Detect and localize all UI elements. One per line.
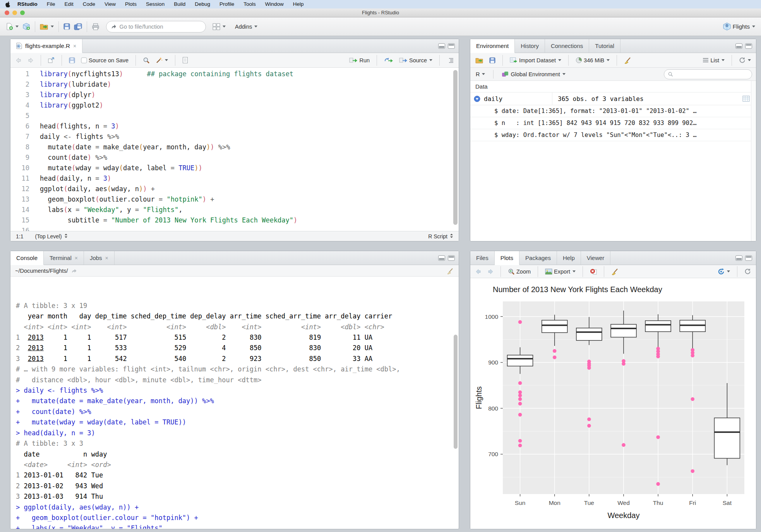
- find-replace-button[interactable]: [141, 56, 151, 65]
- goto-directory-icon[interactable]: [71, 268, 77, 273]
- code-line[interactable]: labs(x = "Weekday", y = "Flights",: [40, 205, 459, 215]
- zoom-plot-button[interactable]: Zoom: [506, 267, 532, 276]
- menu-file[interactable]: File: [42, 0, 60, 9]
- tab-help[interactable]: Help: [557, 251, 581, 265]
- menu-edit[interactable]: Edit: [60, 0, 78, 9]
- back-button[interactable]: [14, 56, 23, 64]
- compile-report-button[interactable]: [181, 56, 190, 65]
- tab-terminal[interactable]: Terminal×: [44, 251, 84, 265]
- maximize-pane-icon[interactable]: [448, 43, 455, 49]
- minimize-pane-icon[interactable]: [438, 255, 445, 261]
- rerun-button[interactable]: [382, 56, 395, 65]
- tab-environment[interactable]: Environment: [470, 39, 515, 53]
- panes-layout-button[interactable]: [211, 21, 228, 32]
- maximize-pane-icon[interactable]: [745, 43, 752, 49]
- code-editor[interactable]: 12345678910111213141516 library(nycfligh…: [10, 68, 459, 231]
- clear-console-broom-icon[interactable]: [447, 267, 454, 274]
- code-line[interactable]: geom_boxplot(outlier.colour = "hotpink")…: [40, 194, 459, 205]
- tab-packages[interactable]: Packages: [519, 251, 557, 265]
- minimize-pane-icon[interactable]: [735, 43, 742, 49]
- code-line[interactable]: daily <- flights %>%: [40, 132, 459, 142]
- menu-rstudio[interactable]: RStudio: [13, 0, 42, 9]
- publish-plot-button[interactable]: [716, 267, 732, 276]
- code-line[interactable]: ggplot(daily, aes(wday, n)) +: [40, 184, 459, 194]
- save-all-button[interactable]: [72, 21, 84, 32]
- environment-search-input[interactable]: [675, 71, 748, 77]
- code-line[interactable]: library(lubridate): [40, 79, 459, 90]
- console-scrollbar[interactable]: [454, 335, 458, 449]
- env-field-row[interactable]: $ date: Date[1:365], format: "2013-01-01…: [470, 105, 756, 117]
- save-workspace-button[interactable]: [488, 56, 497, 65]
- document-outline-button[interactable]: [445, 56, 455, 64]
- clear-all-plots-button[interactable]: [610, 267, 620, 276]
- code-line[interactable]: subtitle = "Number of 2013 New York Flig…: [40, 215, 459, 226]
- environment-scope-selector[interactable]: Global Environment: [500, 70, 567, 79]
- menu-view[interactable]: View: [100, 0, 120, 9]
- save-source-button[interactable]: [67, 56, 77, 65]
- load-workspace-button[interactable]: [474, 56, 485, 65]
- tab-plots[interactable]: Plots: [495, 251, 519, 265]
- close-icon[interactable]: ×: [105, 255, 108, 261]
- code-line[interactable]: [40, 226, 459, 231]
- code-line[interactable]: library(nycflights13) ## package contain…: [40, 69, 459, 79]
- new-file-button[interactable]: [4, 21, 21, 32]
- console-output[interactable]: # A tibble: 3 x 19 year month day dep_ti…: [10, 277, 459, 529]
- tab-tutorial[interactable]: Tutorial: [589, 39, 620, 53]
- goto-file-input[interactable]: [120, 24, 201, 30]
- apple-icon[interactable]: [5, 2, 10, 7]
- language-selector[interactable]: R: [474, 70, 487, 79]
- forward-button[interactable]: [26, 56, 35, 64]
- code-tools-button[interactable]: [154, 56, 170, 65]
- addins-button[interactable]: Addins: [233, 22, 259, 32]
- view-data-grid-icon[interactable]: [742, 96, 750, 102]
- tab-connections[interactable]: Connections: [545, 39, 589, 53]
- remove-plot-button[interactable]: [588, 267, 598, 276]
- menu-window[interactable]: Window: [261, 0, 288, 9]
- menu-plots[interactable]: Plots: [120, 0, 141, 9]
- minimize-pane-icon[interactable]: [438, 43, 445, 49]
- goto-file-function-box[interactable]: [106, 21, 206, 33]
- environment-search-box[interactable]: [664, 69, 752, 79]
- filetype-selector[interactable]: R Script: [428, 233, 453, 239]
- tab-jobs[interactable]: Jobs×: [84, 251, 115, 265]
- environment-scrollbar[interactable]: [751, 81, 756, 241]
- tab-files[interactable]: Files: [470, 251, 495, 265]
- open-file-button[interactable]: [38, 21, 56, 32]
- environment-object-row[interactable]: daily 365 obs. of 3 variables: [470, 92, 756, 105]
- tab-viewer[interactable]: Viewer: [581, 251, 611, 265]
- menu-session[interactable]: Session: [141, 0, 169, 9]
- memory-usage-button[interactable]: 346 MiB: [574, 56, 611, 65]
- source-on-save-checkbox[interactable]: Source on Save: [79, 56, 130, 65]
- menu-build[interactable]: Build: [169, 0, 190, 9]
- code-line[interactable]: mutate(wday = wday(date, label = TRUE)): [40, 163, 459, 173]
- import-dataset-button[interactable]: Import Dataset: [508, 56, 563, 65]
- save-button[interactable]: [62, 21, 72, 32]
- new-project-button[interactable]: [21, 21, 32, 32]
- env-field-row[interactable]: $ n : int [1:365] 842 943 914 915 720 83…: [470, 117, 756, 129]
- next-plot-button[interactable]: [486, 268, 495, 275]
- minimize-window-button[interactable]: [12, 10, 17, 15]
- tab-console[interactable]: Console: [10, 251, 44, 265]
- close-icon[interactable]: ×: [73, 43, 76, 49]
- export-plot-button[interactable]: Export: [543, 267, 577, 276]
- code-line[interactable]: mutate(date = make_date(year, month, day…: [40, 142, 459, 152]
- code-line[interactable]: head(daily, n = 3): [40, 173, 459, 184]
- editor-scrollbar[interactable]: [453, 70, 458, 225]
- maximize-pane-icon[interactable]: [745, 255, 752, 261]
- close-icon[interactable]: ×: [75, 255, 78, 261]
- zoom-window-button[interactable]: [20, 10, 25, 15]
- menu-profile[interactable]: Profile: [215, 0, 239, 9]
- source-button[interactable]: Source: [398, 56, 434, 65]
- clear-environment-button[interactable]: [622, 56, 633, 65]
- code-line[interactable]: count(date) %>%: [40, 152, 459, 163]
- menu-code[interactable]: Code: [78, 0, 100, 9]
- print-button[interactable]: [90, 21, 101, 32]
- code-line[interactable]: [40, 111, 459, 121]
- refresh-plot-button[interactable]: [743, 267, 752, 276]
- code-line[interactable]: library(dplyr): [40, 90, 459, 100]
- code-lines[interactable]: library(nycflights13) ## package contain…: [35, 68, 459, 231]
- project-menu-button[interactable]: R Flights: [721, 21, 757, 33]
- maximize-pane-icon[interactable]: [448, 255, 455, 261]
- menu-help[interactable]: Help: [288, 0, 309, 9]
- env-field-row[interactable]: $ wday: Ord.factor w/ 7 levels "Sun"<"Mo…: [470, 129, 756, 141]
